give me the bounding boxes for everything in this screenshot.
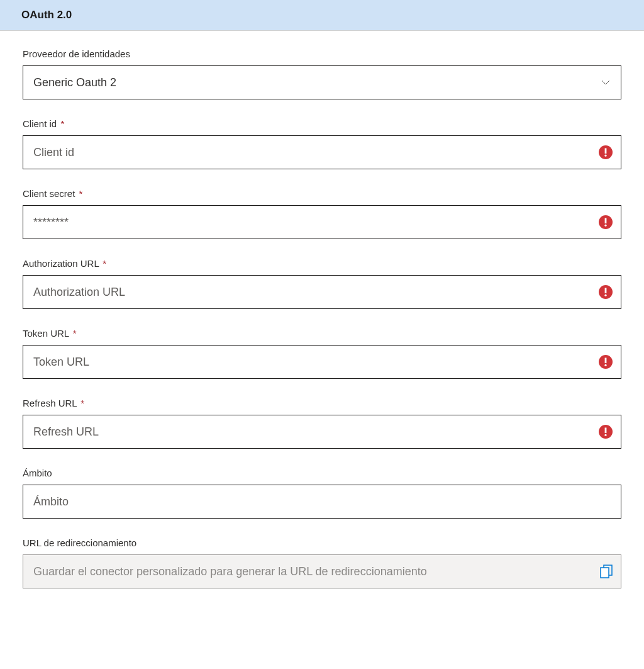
scope-wrapper [23,485,621,519]
refresh-url-group: Refresh URL * [23,398,621,449]
scope-group: Ámbito [23,468,621,519]
client-id-wrapper [23,135,621,169]
client-secret-wrapper [23,205,621,239]
identity-provider-value: Generic Oauth 2 [33,76,116,89]
section-title: OAuth 2.0 [21,9,623,21]
authorization-url-label-text: Authorization URL [23,258,99,269]
identity-provider-label: Proveedor de identidades [23,48,621,59]
refresh-url-wrapper [23,415,621,449]
authorization-url-group: Authorization URL * [23,258,621,309]
client-id-label: Client id * [23,118,621,129]
token-url-label-text: Token URL [23,328,69,339]
token-url-label: Token URL * [23,328,621,339]
redirect-url-value: Guardar el conector personalizado para g… [33,565,427,578]
client-secret-label-text: Client secret [23,188,75,199]
token-url-wrapper [23,345,621,379]
oauth-form: Proveedor de identidades Generic Oauth 2… [0,31,644,601]
redirect-url-wrapper: Guardar el conector personalizado para g… [23,554,621,588]
client-id-label-text: Client id [23,118,57,129]
client-id-input[interactable] [23,135,621,169]
scope-label: Ámbito [23,468,621,478]
required-mark: * [73,328,77,339]
identity-provider-group: Proveedor de identidades Generic Oauth 2 [23,48,621,99]
identity-provider-select-wrapper: Generic Oauth 2 [23,65,621,99]
redirect-url-readonly: Guardar el conector personalizado para g… [23,554,621,588]
copy-icon[interactable] [600,565,613,578]
refresh-url-label: Refresh URL * [23,398,621,408]
scope-input[interactable] [23,485,621,519]
required-mark: * [103,258,106,269]
authorization-url-label: Authorization URL * [23,258,621,269]
required-mark: * [79,188,83,199]
client-secret-input[interactable] [23,205,621,239]
identity-provider-select[interactable]: Generic Oauth 2 [23,65,621,99]
token-url-input[interactable] [23,345,621,379]
client-id-group: Client id * [23,118,621,169]
required-mark: * [80,398,84,408]
refresh-url-label-text: Refresh URL [23,398,77,408]
token-url-group: Token URL * [23,328,621,379]
section-header: OAuth 2.0 [0,0,644,31]
authorization-url-wrapper [23,275,621,309]
redirect-url-group: URL de redireccionamiento Guardar el con… [23,537,621,588]
client-secret-group: Client secret * [23,188,621,239]
refresh-url-input[interactable] [23,415,621,449]
svg-rect-16 [601,568,609,578]
client-secret-label: Client secret * [23,188,621,199]
redirect-url-label: URL de redireccionamiento [23,537,621,548]
authorization-url-input[interactable] [23,275,621,309]
required-mark: * [60,118,64,129]
